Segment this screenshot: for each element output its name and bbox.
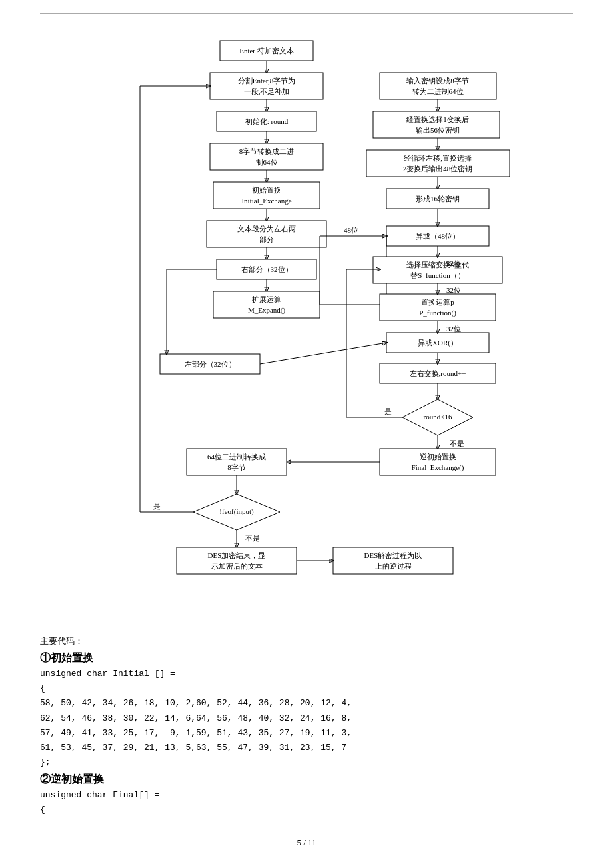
- node-xor32-label: 异或XOR(）: [418, 339, 458, 347]
- page-number: 5 / 11: [40, 837, 573, 848]
- node-convert-label1: 8字节转换成二进: [239, 147, 295, 155]
- node-decision-feof-label: !feof(input): [219, 507, 254, 516]
- node-decision-round-label: round<16: [424, 413, 452, 421]
- section2-heading: ②逆初始置换: [40, 770, 573, 788]
- node-convert-label2: 制64位: [256, 158, 278, 166]
- node-split-label1: 分割Enter,8字节为: [238, 77, 296, 85]
- label-32bit-1: 32位: [446, 259, 461, 267]
- node-initround-label: 初始化: round: [245, 117, 289, 125]
- node-convert64-label1: 64位二进制转换成: [207, 453, 266, 461]
- label-yes1: 是: [384, 407, 392, 415]
- node-des-end-label1: DES加密结束，显: [208, 551, 266, 559]
- section1-heading: ①初始置换: [40, 649, 573, 667]
- node-des-end-label2: 示加密后的文本: [211, 562, 263, 570]
- node-perm1-label2: 输出56位密钥: [416, 126, 460, 134]
- node-split-label2: 一段,不足补加: [244, 87, 290, 95]
- node-des-decrypt-label2: 上的逆过程: [375, 562, 412, 570]
- section2-code: unsigned char Final[] = {: [40, 788, 573, 817]
- node-enter-label: Enter 符加密文本: [239, 47, 294, 55]
- node-xor48-label: 异或（48位）: [416, 232, 460, 240]
- node-cyclic-label1: 经循环左移,置换选择: [404, 154, 472, 162]
- flowchart-svg: text { font-family: 'SimSun','宋体',serif;…: [53, 34, 560, 614]
- node-splitlr-label1: 文本段分为左右两: [237, 225, 296, 233]
- node-finalex-label2: Final_Exchange(): [412, 463, 464, 472]
- node-perm1-label1: 经置换选择1变换后: [406, 115, 469, 123]
- node-pbox-label2: P_function(): [419, 309, 456, 317]
- top-divider: [40, 13, 573, 14]
- page: text { font-family: 'SimSun','宋体',serif;…: [0, 0, 613, 868]
- node-inputkey-label2: 转为二进制64位: [412, 87, 464, 95]
- node-convert64-label2: 8字节: [227, 463, 246, 471]
- node-sbox-label2: 替S_function（）: [410, 271, 464, 279]
- node-ie-label1: 初始置换: [252, 186, 281, 194]
- node-16keys-label: 形成16轮密钥: [416, 195, 460, 203]
- label-yes2: 是: [153, 502, 161, 510]
- main-label: 主要代码：: [40, 634, 573, 649]
- label-32bit-between: 32位: [446, 286, 461, 294]
- node-splitlr-label2: 部分: [259, 235, 274, 243]
- arrow-left-xor: [260, 343, 386, 364]
- label-no1: 不是: [450, 439, 464, 447]
- node-cyclic-label2: 2变换后输出48位密钥: [403, 165, 473, 173]
- label-32bit-2: 32位: [446, 325, 461, 333]
- node-des-decrypt-label1: DES解密过程为以: [364, 551, 422, 559]
- node-finalex-label1: 逆初始置换: [420, 453, 456, 461]
- node-inputkey-label1: 输入密钥设成8字节: [406, 77, 469, 85]
- node-ie-label2: Initial_Exchange: [241, 197, 291, 205]
- node-expand-label2: M_Expand(): [248, 306, 286, 315]
- label-48bit: 48位: [344, 226, 358, 234]
- section1-code: unsigned char Initial [] = { 58, 50, 42,…: [40, 667, 573, 770]
- node-expand-label1: 扩展运算: [252, 295, 281, 303]
- flowchart-area: text { font-family: 'SimSun','宋体',serif;…: [40, 34, 573, 614]
- code-section: 主要代码： ①初始置换 unsigned char Initial [] = {…: [40, 634, 573, 817]
- node-right32-label: 右部分（32位）: [241, 265, 293, 273]
- label-no2: 不是: [245, 534, 260, 542]
- arrow-yes2-back: [140, 86, 210, 512]
- node-pbox-label1: 置换运算p: [421, 298, 454, 306]
- node-left32-label: 左部分（32位）: [185, 360, 236, 368]
- arrow-right-to-left: [167, 269, 217, 354]
- node-swap-label: 左右交换,round++: [410, 369, 466, 377]
